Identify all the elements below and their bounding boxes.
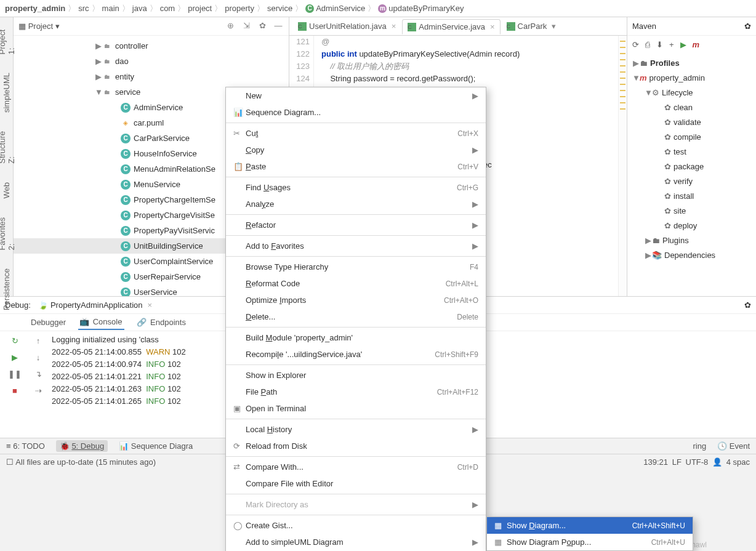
- crumb[interactable]: AdminService: [316, 4, 365, 13]
- menu-item[interactable]: Local History▶: [226, 421, 486, 438]
- maven-item[interactable]: ▼m property_admin: [627, 70, 756, 85]
- diagrams-submenu[interactable]: ▦Show Diagram...Ctrl+Alt+Shift+U▦Show Di…: [486, 517, 693, 551]
- crumb[interactable]: project: [188, 4, 212, 13]
- step-up-icon[interactable]: ↑: [36, 336, 41, 345]
- seq-tool[interactable]: 📊 Sequence Diagra: [119, 441, 193, 451]
- submenu-item[interactable]: ▦Show Diagram Popup...Ctrl+Alt+U: [487, 534, 693, 550]
- collapse-icon[interactable]: —: [273, 21, 284, 32]
- menu-item[interactable]: Optimize ImportsCtrl+Alt+O: [226, 292, 486, 308]
- gear-icon[interactable]: ✿: [744, 300, 751, 310]
- crumb[interactable]: property: [225, 4, 254, 13]
- maven-item[interactable]: ▶🖿Profiles: [627, 55, 756, 70]
- pause-icon[interactable]: ❚❚: [8, 369, 22, 379]
- menu-item[interactable]: ▣Open in Terminal: [226, 400, 486, 417]
- gear-icon[interactable]: ✿: [744, 22, 751, 31]
- menu-item[interactable]: 📊Sequence Diagram...: [226, 104, 486, 121]
- maven-item[interactable]: ✿install: [627, 188, 756, 203]
- crumb[interactable]: src: [78, 4, 89, 13]
- maven-item[interactable]: ✿test: [627, 144, 756, 159]
- menu-item[interactable]: Add to Favorites▶: [226, 238, 486, 254]
- maven-item[interactable]: ▶🖿Plugins: [627, 233, 756, 247]
- crumb[interactable]: property_admin: [5, 4, 65, 13]
- editor-tab[interactable]: CAdminService.java×: [402, 19, 500, 34]
- line-sep[interactable]: LF: [672, 457, 682, 467]
- chevron-icon[interactable]: ▶: [95, 72, 102, 81]
- event-tool[interactable]: 🕓 Event: [717, 441, 750, 451]
- locate-icon[interactable]: ⊕: [225, 21, 236, 32]
- step-out-icon[interactable]: ↴: [35, 369, 42, 379]
- run-icon[interactable]: ▶: [680, 40, 686, 49]
- chevron-icon[interactable]: ▶: [95, 57, 102, 66]
- context-menu[interactable]: New▶📊Sequence Diagram...✂CutCtrl+XCopy▶📋…: [225, 87, 486, 551]
- rail-persistence[interactable]: Persistence: [2, 268, 11, 310]
- chevron-down-icon[interactable]: ▾: [552, 22, 556, 31]
- step-down-icon[interactable]: ↓: [36, 353, 41, 362]
- tab-console[interactable]: 📺 Console: [78, 315, 124, 330]
- maven-item[interactable]: ✿compile: [627, 129, 756, 144]
- rail-favorites[interactable]: 2: Favorites: [0, 217, 16, 250]
- maven-item[interactable]: ✿site: [627, 203, 756, 218]
- caret-pos[interactable]: 139:21: [643, 457, 668, 467]
- rail-project[interactable]: 1: Project: [0, 30, 16, 54]
- menu-item[interactable]: Delete...Delete: [226, 308, 486, 325]
- menu-item[interactable]: Reformat CodeCtrl+Alt+L: [226, 275, 486, 292]
- maven-item[interactable]: ✿deploy: [627, 218, 756, 233]
- rail-web[interactable]: Web: [2, 182, 11, 199]
- menu-item[interactable]: ⇄Compare With...Ctrl+D: [226, 459, 486, 475]
- chevron-icon[interactable]: ▶: [645, 251, 652, 260]
- maven-item[interactable]: ▶📚Dependencies: [627, 247, 756, 262]
- submenu-item[interactable]: ▦Show Diagram...Ctrl+Alt+Shift+U: [487, 517, 693, 534]
- add-icon[interactable]: +: [669, 40, 674, 49]
- menu-item[interactable]: 📋PasteCtrl+V: [226, 158, 486, 175]
- menu-item[interactable]: ⟳Reload from Disk: [226, 438, 486, 454]
- chevron-icon[interactable]: ▼: [632, 73, 640, 82]
- encoding[interactable]: UTF-8: [686, 457, 709, 467]
- menu-item[interactable]: Copy▶: [226, 142, 486, 158]
- m-icon[interactable]: m: [693, 40, 700, 49]
- crumb[interactable]: service: [267, 4, 292, 13]
- maven-tree[interactable]: ▶🖿Profiles▼m property_admin▼⚙Lifecycle✿c…: [627, 53, 756, 296]
- todo-tool[interactable]: ≡ 6: TODO: [6, 441, 45, 451]
- maven-item[interactable]: ✿verify: [627, 174, 756, 188]
- gear-icon[interactable]: ✿: [257, 21, 268, 32]
- mini-map[interactable]: [618, 36, 627, 296]
- tab-endpoints[interactable]: 🔗 Endpoints: [135, 315, 188, 329]
- crumb[interactable]: java: [132, 4, 147, 13]
- close-icon[interactable]: ×: [148, 300, 153, 310]
- step-over-icon[interactable]: ⇢: [35, 386, 42, 395]
- chevron-icon[interactable]: ▶: [95, 41, 102, 50]
- refresh-icon[interactable]: ⟳: [632, 40, 639, 49]
- stop-icon[interactable]: ■: [12, 386, 17, 395]
- menu-item[interactable]: Browse Type HierarchyF4: [226, 259, 486, 275]
- restart-icon[interactable]: ↻: [12, 336, 18, 345]
- tab-debugger[interactable]: Debugger: [30, 315, 67, 329]
- maven-item[interactable]: ✿validate: [627, 115, 756, 129]
- crumb[interactable]: main: [102, 4, 119, 13]
- maven-item[interactable]: ✿clean: [627, 100, 756, 115]
- indent[interactable]: 4 spac: [726, 457, 750, 467]
- menu-item[interactable]: Build Module 'property_admin': [226, 329, 486, 346]
- menu-item[interactable]: File PathCtrl+Alt+F12: [226, 384, 486, 400]
- menu-item[interactable]: Add to simpleUML Diagram▶: [226, 534, 486, 550]
- generate-icon[interactable]: ⎙: [645, 40, 650, 49]
- maven-item[interactable]: ✿package: [627, 159, 756, 174]
- rail-structure[interactable]: Z: Structure: [0, 131, 16, 164]
- chevron-icon[interactable]: ▶: [645, 236, 652, 245]
- chevron-icon[interactable]: ▼: [95, 87, 102, 97]
- chevron-icon[interactable]: ▶: [632, 58, 640, 68]
- resume-icon[interactable]: ▶: [12, 353, 18, 362]
- run-config[interactable]: PropertyAdminApplication: [50, 300, 143, 310]
- editor-tab[interactable]: CCarPark▾: [502, 19, 561, 33]
- rail-simpleuml[interactable]: simpleUML: [2, 73, 11, 113]
- close-icon[interactable]: ×: [392, 22, 396, 31]
- menu-item[interactable]: New▶: [226, 87, 486, 104]
- maven-item[interactable]: ▼⚙Lifecycle: [627, 85, 756, 100]
- menu-item[interactable]: Refactor▶: [226, 217, 486, 233]
- inspector-icon[interactable]: 👤: [712, 457, 722, 467]
- project-combo[interactable]: ▦ Project ▾: [18, 22, 60, 31]
- menu-item[interactable]: ✂CutCtrl+X: [226, 125, 486, 142]
- spring-tool[interactable]: ring: [693, 441, 706, 451]
- expand-icon[interactable]: ⇲: [241, 21, 252, 32]
- debug-tool[interactable]: 🐞 5: Debug: [56, 440, 108, 452]
- close-icon[interactable]: ×: [490, 22, 495, 31]
